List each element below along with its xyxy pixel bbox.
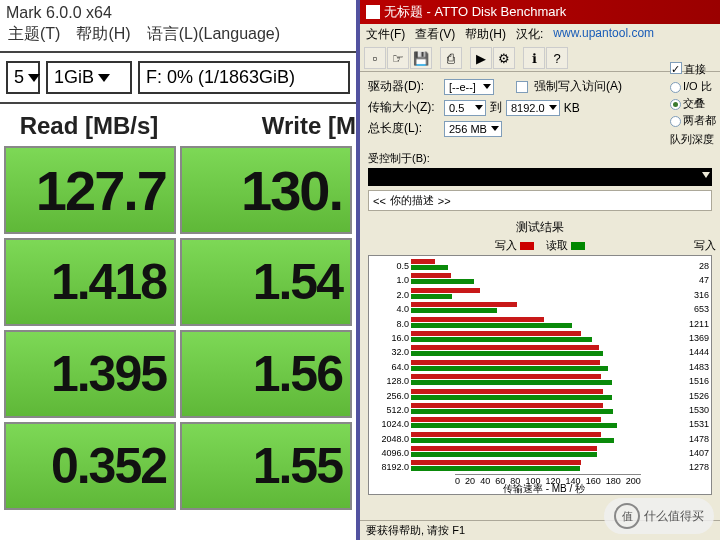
config-icon[interactable]: ⚙ — [493, 47, 515, 69]
menu-cn-label: 汉化: — [516, 26, 543, 43]
result-row: 1.395 1.56 — [0, 328, 356, 420]
menu-theme[interactable]: 主题(T) — [8, 24, 60, 45]
write-value: 1.55 — [180, 422, 352, 510]
description-row: << 你的描述 >> — [368, 190, 712, 211]
menu-view[interactable]: 查看(V) — [415, 26, 455, 43]
result-section: 测试结果 写入 读取 写入 0.51.02.04.08.016.032.064.… — [360, 215, 720, 499]
result-row: 1.418 1.54 — [0, 236, 356, 328]
atto-options-panel: ✓直接 I/O 比 交叠 两者都 队列深度 — [670, 62, 716, 149]
cdm-dropdowns: 5 1GiB F: 0% (1/1863GiB) — [0, 53, 356, 104]
force-write-label: 强制写入访问(A) — [534, 78, 622, 95]
chevron-down-icon — [28, 74, 40, 82]
atto-window: 无标题 - ATTO Disk Benchmark 文件(F) 查看(V) 帮助… — [360, 0, 720, 540]
queue-depth-label: 队列深度 — [670, 132, 716, 147]
atto-chart: 0.51.02.04.08.016.032.064.0128.0256.0512… — [368, 255, 712, 495]
desc-prev-button[interactable]: << — [373, 195, 386, 207]
new-icon[interactable]: ▫ — [364, 47, 386, 69]
direct-io-checkbox[interactable]: ✓ — [670, 62, 682, 74]
print-icon[interactable]: ⎙ — [440, 47, 462, 69]
read-header: Read [MB/s] — [0, 112, 178, 140]
to-label: 到 — [490, 99, 502, 116]
open-icon[interactable]: ☞ — [387, 47, 409, 69]
write-color-swatch — [520, 242, 534, 250]
desc-text[interactable]: 你的描述 — [390, 193, 434, 208]
atto-menu-bar: 文件(F) 查看(V) 帮助(H) 汉化: www.upantool.com — [360, 24, 720, 45]
menu-help[interactable]: 帮助(H) — [76, 24, 130, 45]
start-icon[interactable]: ▶ — [470, 47, 492, 69]
result-row: 127.7 130. — [0, 144, 356, 236]
titlebar-text: 无标题 - ATTO Disk Benchmark — [384, 3, 566, 21]
cdm-title: Mark 6.0.0 x64 — [0, 0, 356, 22]
read-color-swatch — [571, 242, 585, 250]
chart-y-labels: 0.51.02.04.08.016.032.064.0128.0256.0512… — [371, 258, 411, 492]
about-icon[interactable]: ℹ — [523, 47, 545, 69]
count-dropdown[interactable]: 5 — [6, 61, 40, 94]
result-row: 0.352 1.55 — [0, 420, 356, 512]
cdm-menu-bar: 主题(T) 帮助(H) 语言(L)(Language) — [0, 22, 356, 53]
legend-right-write: 写入 — [694, 238, 716, 253]
write-header: Write [M — [178, 112, 356, 140]
save-icon[interactable]: 💾 — [410, 47, 432, 69]
drive-label: 驱动器(D): — [368, 78, 440, 95]
controlled-by-section: 受控制于(B): << 你的描述 >> — [360, 147, 720, 215]
write-value: 1.54 — [180, 238, 352, 326]
controlled-by-label: 受控制于(B): — [368, 151, 712, 166]
legend-read-label: 读取 — [546, 239, 568, 251]
size-dropdown[interactable]: 1GiB — [46, 61, 132, 94]
controlled-by-dropdown[interactable] — [368, 168, 712, 186]
chart-bars: 020406080100120140160180200 传输速率 - MB / … — [411, 258, 677, 492]
overlap-radio[interactable] — [670, 99, 681, 110]
transfer-size-label: 传输大小(Z): — [368, 99, 440, 116]
app-icon — [366, 5, 380, 19]
read-value: 0.352 — [4, 422, 176, 510]
menu-help[interactable]: 帮助(H) — [465, 26, 506, 43]
chart-x-label: 传输速率 - MB / 秒 — [411, 482, 677, 496]
read-value: 1.418 — [4, 238, 176, 326]
read-value: 127.7 — [4, 146, 176, 234]
credit-url[interactable]: www.upantool.com — [553, 26, 654, 43]
cdm-result-grid: 127.7 130. 1.418 1.54 1.395 1.56 0.352 1… — [0, 144, 356, 512]
force-write-checkbox[interactable] — [516, 81, 528, 93]
legend-write-label: 写入 — [495, 239, 517, 251]
both-radio[interactable] — [670, 116, 681, 127]
atto-titlebar: 无标题 - ATTO Disk Benchmark — [360, 0, 720, 24]
chart-legend: 写入 读取 写入 — [368, 238, 712, 253]
io-radio[interactable] — [670, 82, 681, 93]
kb-label: KB — [564, 101, 580, 115]
drive-select[interactable]: [--e--] — [444, 79, 494, 95]
menu-file[interactable]: 文件(F) — [366, 26, 405, 43]
desc-next-button[interactable]: >> — [438, 195, 451, 207]
help-icon[interactable]: ? — [546, 47, 568, 69]
total-length-label: 总长度(L): — [368, 120, 440, 137]
size-to-select[interactable]: 8192.0 — [506, 100, 560, 116]
chevron-down-icon — [98, 74, 110, 82]
atto-form: 驱动器(D): [--e--] 强制写入访问(A) 传输大小(Z): 0.5 到… — [360, 72, 720, 147]
size-from-select[interactable]: 0.5 — [444, 100, 486, 116]
drive-dropdown[interactable]: F: 0% (1/1863GiB) — [138, 61, 350, 94]
crystaldiskmark-window: Mark 6.0.0 x64 主题(T) 帮助(H) 语言(L)(Languag… — [0, 0, 360, 540]
status-bar: 要获得帮助, 请按 F1 — [360, 520, 720, 540]
total-length-select[interactable]: 256 MB — [444, 121, 502, 137]
atto-toolbar: ▫ ☞ 💾 ⎙ ▶ ⚙ ℹ ? — [360, 45, 720, 72]
write-value: 1.56 — [180, 330, 352, 418]
write-value: 130. — [180, 146, 352, 234]
menu-language[interactable]: 语言(L)(Language) — [147, 24, 280, 45]
result-title: 测试结果 — [368, 219, 712, 236]
read-value: 1.395 — [4, 330, 176, 418]
chart-right-values: 2847316653121113691444148315161526153015… — [677, 258, 709, 492]
cdm-headers: Read [MB/s] Write [M — [0, 104, 356, 144]
